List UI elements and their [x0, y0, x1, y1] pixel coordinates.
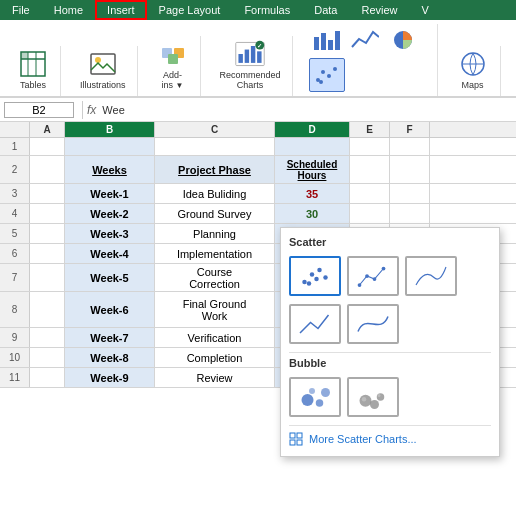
addins-button[interactable]: Add-ins ▼ — [154, 36, 192, 92]
cell-f1[interactable] — [390, 138, 430, 155]
cell-c1[interactable] — [155, 138, 275, 155]
cell-b9[interactable]: Week-7 — [65, 328, 155, 347]
tab-formulas[interactable]: Formulas — [232, 0, 302, 20]
cell-d2-hours[interactable]: ScheduledHours — [275, 156, 350, 183]
bubble-chart-button[interactable] — [289, 377, 341, 417]
tab-data[interactable]: Data — [302, 0, 349, 20]
cell-b7[interactable]: Week-5 — [65, 264, 155, 291]
svg-point-38 — [323, 275, 328, 280]
recommended-charts-button[interactable]: ✓ RecommendedCharts — [217, 36, 284, 92]
cell-c4[interactable]: Ground Survey — [155, 204, 275, 223]
bubble-chart-options — [289, 377, 491, 417]
scatter-chart-selected-button[interactable] — [309, 58, 345, 92]
col-header-e[interactable]: E — [350, 122, 390, 137]
cell-b5[interactable]: Week-3 — [65, 224, 155, 243]
cell-b8[interactable]: Week-6 — [65, 292, 155, 327]
cell-d4[interactable]: 30 — [275, 204, 350, 223]
formula-bar-separator — [82, 101, 83, 119]
col-header-f[interactable]: F — [390, 122, 430, 137]
svg-point-23 — [321, 70, 325, 74]
scatter-lines-only-button[interactable] — [289, 304, 341, 344]
cell-f2[interactable] — [390, 156, 430, 183]
recommended-charts-label: RecommendedCharts — [220, 70, 281, 90]
cell-a4[interactable] — [30, 204, 65, 223]
line-chart-button[interactable] — [347, 24, 383, 56]
column-chart-button[interactable] — [309, 24, 345, 56]
row-num-7: 7 — [0, 264, 30, 291]
cell-c6[interactable]: Implementation — [155, 244, 275, 263]
col-header-a[interactable]: A — [30, 122, 65, 137]
cell-a5[interactable] — [30, 224, 65, 243]
cell-a11[interactable] — [30, 368, 65, 387]
svg-rect-17 — [314, 37, 319, 50]
chart-type-dropdown: Scatter — [280, 227, 500, 457]
scatter-section-title: Scatter — [289, 236, 491, 250]
col-header-d[interactable]: D — [275, 122, 350, 137]
cell-f3[interactable] — [390, 184, 430, 203]
scatter-chart-options — [289, 256, 491, 296]
cell-b3[interactable]: Week-1 — [65, 184, 155, 203]
scatter-lines-button[interactable] — [347, 256, 399, 296]
tables-icon — [17, 48, 49, 80]
table-row: 1 — [0, 138, 516, 156]
scatter-smooth-only-button[interactable] — [347, 304, 399, 344]
scatter-dots-button[interactable] — [289, 256, 341, 296]
cell-c11[interactable]: Review — [155, 368, 275, 387]
cell-a1[interactable] — [30, 138, 65, 155]
cell-c10[interactable]: Completion — [155, 348, 275, 367]
cell-a7[interactable] — [30, 264, 65, 291]
cell-a10[interactable] — [30, 348, 65, 367]
cell-c7[interactable]: CourseCorrection — [155, 264, 275, 291]
tab-file[interactable]: File — [0, 0, 42, 20]
cell-e1[interactable] — [350, 138, 390, 155]
svg-rect-13 — [251, 46, 255, 63]
cell-a2[interactable] — [30, 156, 65, 183]
cell-b10[interactable]: Week-8 — [65, 348, 155, 367]
cell-a8[interactable] — [30, 292, 65, 327]
cell-c2-phase[interactable]: Project Phase — [155, 156, 275, 183]
tab-more[interactable]: V — [410, 0, 441, 20]
cell-b11[interactable]: Week-9 — [65, 368, 155, 387]
col-header-b[interactable]: B — [65, 122, 155, 137]
cell-c3[interactable]: Idea Buliding — [155, 184, 275, 203]
tab-review[interactable]: Review — [349, 0, 409, 20]
cell-d3[interactable]: 35 — [275, 184, 350, 203]
col-header-c[interactable]: C — [155, 122, 275, 137]
svg-rect-20 — [335, 31, 340, 50]
tab-home[interactable]: Home — [42, 0, 95, 20]
maps-button[interactable]: Maps — [454, 46, 492, 92]
tables-button[interactable]: Tables — [14, 46, 52, 92]
cell-c9[interactable]: Verification — [155, 328, 275, 347]
cell-b6[interactable]: Week-4 — [65, 244, 155, 263]
tab-page-layout[interactable]: Page Layout — [147, 0, 233, 20]
svg-point-40 — [358, 283, 362, 287]
cell-a6[interactable] — [30, 244, 65, 263]
cell-c8[interactable]: Final GroundWork — [155, 292, 275, 327]
svg-rect-4 — [21, 52, 28, 59]
more-scatter-charts-button[interactable]: More Scatter Charts... — [289, 430, 491, 448]
formula-input: Wee — [102, 104, 512, 116]
svg-rect-56 — [297, 440, 302, 445]
svg-point-52 — [370, 400, 379, 409]
cell-b1[interactable] — [65, 138, 155, 155]
cell-b2-weeks[interactable]: Weeks — [65, 156, 155, 183]
svg-point-51 — [378, 394, 381, 397]
svg-rect-12 — [245, 50, 249, 63]
svg-rect-5 — [91, 54, 115, 74]
cell-b4[interactable]: Week-2 — [65, 204, 155, 223]
name-box[interactable] — [4, 102, 74, 118]
cell-c5[interactable]: Planning — [155, 224, 275, 243]
cell-e4[interactable] — [350, 204, 390, 223]
cell-a3[interactable] — [30, 184, 65, 203]
cell-a9[interactable] — [30, 328, 65, 347]
cell-d1[interactable] — [275, 138, 350, 155]
bubble-3d-button[interactable] — [347, 377, 399, 417]
pie-chart-button[interactable] — [385, 24, 421, 56]
illustrations-button[interactable]: Illustrations — [77, 46, 129, 92]
cell-e2[interactable] — [350, 156, 390, 183]
ribbon-group-addins: Add-ins ▼ — [146, 36, 201, 96]
cell-f4[interactable] — [390, 204, 430, 223]
cell-e3[interactable] — [350, 184, 390, 203]
scatter-smooth-button[interactable] — [405, 256, 457, 296]
tab-insert[interactable]: Insert — [95, 0, 147, 20]
